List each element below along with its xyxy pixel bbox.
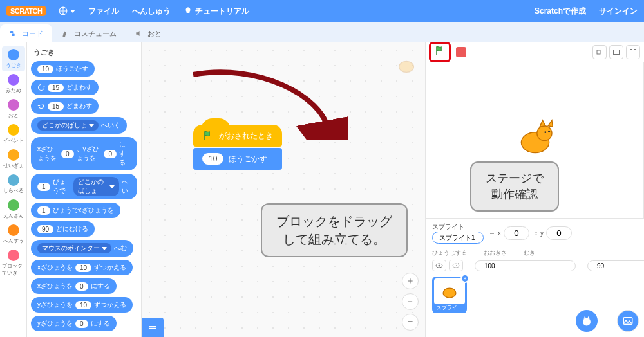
- category-events[interactable]: イベント: [2, 122, 25, 147]
- cat-face-icon: [581, 315, 592, 327]
- annotation-callout-2: ステージで動作確認: [470, 161, 559, 212]
- workspace[interactable]: がおされたとき 10 ほうごかす ブロックをドラッグして組み立てる。 ＋ － ＝: [142, 42, 425, 337]
- block-point-dir[interactable]: 90どにむける: [31, 221, 95, 237]
- block-goto[interactable]: どこかのばしょへいく: [31, 117, 127, 134]
- add-sprite-button[interactable]: [576, 310, 598, 332]
- palette-heading: うごき: [33, 48, 137, 57]
- globe-icon: [59, 6, 68, 15]
- zoom-controls: ＋ － ＝: [402, 273, 419, 331]
- edit-menu[interactable]: へんしゅう: [126, 0, 177, 22]
- block-set-x[interactable]: xざひょうを0にする: [31, 278, 117, 294]
- language-menu[interactable]: [52, 0, 82, 22]
- category-motion[interactable]: うごき: [2, 46, 25, 71]
- large-stage-icon: [612, 48, 620, 56]
- svg-point-5: [536, 126, 551, 141]
- large-stage-button[interactable]: [609, 45, 623, 59]
- sprite-watermark-icon: [395, 54, 417, 76]
- small-stage-icon: [596, 48, 603, 56]
- show-label: ひょうじする: [432, 249, 467, 257]
- block-goto-xy[interactable]: xざひょうを0、yざひょうを0にする: [31, 137, 137, 170]
- turn-cw-icon: [37, 84, 45, 91]
- block-point-towards[interactable]: マウスのポインターへむ: [31, 240, 133, 257]
- workspace-grid: [142, 42, 425, 337]
- create-link[interactable]: Scratchで作成: [528, 0, 592, 22]
- svg-rect-1: [10, 31, 14, 33]
- block-set-y[interactable]: yざひょうを0にする: [31, 316, 117, 331]
- category-looks[interactable]: みため: [2, 71, 25, 96]
- block-glide-to[interactable]: 1びょうでどこかのばしょへい: [31, 174, 137, 199]
- svg-point-7: [548, 131, 550, 132]
- category-strip: うごき みため おと イベント せいぎょ しらべる えんざん へんすう ブロック…: [0, 42, 27, 337]
- add-backdrop-button[interactable]: [617, 310, 639, 332]
- category-operators[interactable]: えんざん: [2, 197, 25, 222]
- eye-off-icon: [452, 262, 460, 269]
- chevron-down-icon: [109, 185, 115, 188]
- category-sensing[interactable]: しらべる: [2, 172, 25, 197]
- block-change-x[interactable]: xざひょうを10ずつかえる: [31, 260, 133, 275]
- zoom-in-button[interactable]: ＋: [402, 273, 419, 289]
- size-label: おおきさ: [484, 249, 507, 257]
- stage[interactable]: ステージで動作確認: [426, 62, 644, 219]
- tab-code[interactable]: コード: [0, 24, 52, 42]
- category-variables[interactable]: へんすう: [2, 222, 25, 247]
- code-icon: [9, 29, 18, 38]
- zoom-out-button[interactable]: －: [402, 293, 419, 310]
- block-move-steps-instance[interactable]: 10 ほうごかす: [193, 148, 282, 170]
- file-menu[interactable]: ファイル: [82, 0, 126, 22]
- small-stage-button[interactable]: [592, 45, 607, 59]
- sprite-size-input[interactable]: [475, 260, 576, 271]
- sound-icon: [135, 29, 144, 38]
- fullscreen-button[interactable]: [626, 45, 640, 59]
- sprite-info-panel: スプライト ↔ x ↕ y ひょうじする おおきさ むき: [426, 219, 644, 337]
- block-change-y[interactable]: yざひょうを10ずつかえる: [31, 297, 133, 313]
- scratch-logo: SCRATCH: [6, 6, 46, 16]
- stop-button[interactable]: [456, 47, 466, 57]
- tab-sounds[interactable]: おと: [126, 24, 171, 42]
- sprite-on-stage[interactable]: [512, 114, 558, 161]
- tab-code-label: コード: [22, 29, 43, 39]
- sprite-x-input[interactable]: [504, 226, 529, 240]
- green-flag-button[interactable]: [434, 45, 446, 57]
- eye-icon: [435, 262, 443, 269]
- costume-icon: [61, 29, 70, 38]
- image-icon: [622, 315, 634, 327]
- signin-link[interactable]: サインイン: [592, 0, 644, 22]
- category-sound[interactable]: おと: [2, 96, 25, 122]
- sprite-name-input[interactable]: [432, 232, 484, 244]
- sprite-y-input[interactable]: [546, 226, 572, 240]
- sprite-x: ↔ x: [489, 226, 529, 240]
- cat-icon: [439, 282, 460, 301]
- svg-rect-16: [614, 50, 620, 55]
- right-panel: ステージで動作確認 スプライト ↔ x ↕ y ひょうじする おおきさ むき: [425, 42, 644, 337]
- block-palette[interactable]: うごき 10ほうごかす 15どまわす 15どまわす どこかのばしょへいく xざひ…: [27, 42, 142, 337]
- script-stack[interactable]: がおされたとき 10 ほうごかす: [193, 125, 282, 170]
- green-flag-highlight: [429, 42, 451, 62]
- delete-sprite-button[interactable]: ×: [460, 274, 469, 283]
- zoom-reset-button[interactable]: ＝: [402, 314, 419, 331]
- hat-when-flag-clicked[interactable]: がおされたとき: [193, 125, 282, 147]
- category-myblocks[interactable]: ブロックていぎ: [2, 247, 25, 279]
- tutorial-label: チュートリアル: [195, 6, 249, 17]
- chevron-down-icon: [102, 247, 107, 250]
- tutorial-button[interactable]: チュートリアル: [177, 0, 256, 22]
- svg-point-9: [439, 265, 440, 267]
- category-control[interactable]: せいぎょ: [2, 147, 25, 172]
- tab-costumes[interactable]: コスチューム: [52, 24, 126, 42]
- svg-point-13: [583, 318, 591, 326]
- hide-sprite-button[interactable]: [449, 260, 463, 271]
- block-turn-ccw[interactable]: 15どまわす: [31, 98, 99, 114]
- sprite-direction-input[interactable]: [587, 260, 644, 271]
- green-flag-icon: [202, 130, 214, 141]
- block-move-steps[interactable]: 10ほうごかす: [31, 61, 95, 77]
- svg-point-12: [443, 288, 456, 298]
- block-glide-xy[interactable]: 1びょうでxざひょうを: [31, 203, 120, 218]
- svg-point-3: [399, 61, 414, 72]
- sprite-y: ↕ y: [535, 226, 572, 240]
- block-turn-cw[interactable]: 15どまわす: [31, 80, 99, 95]
- tab-costumes-label: コスチューム: [74, 29, 117, 39]
- chevron-down-icon: [89, 124, 94, 127]
- show-sprite-button[interactable]: [432, 260, 446, 271]
- sprite-thumbnail[interactable]: × スプライ…: [432, 277, 467, 313]
- backpack-toggle[interactable]: [142, 318, 164, 337]
- backpack-icon: [147, 322, 158, 332]
